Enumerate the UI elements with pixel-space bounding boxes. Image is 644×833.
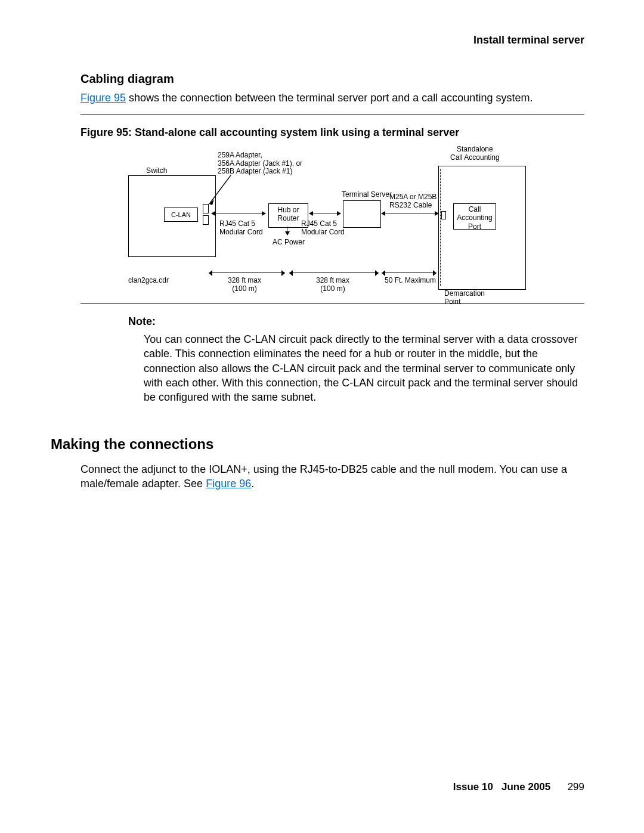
distance-3-label: 50 Ft. Maximum — [385, 277, 436, 285]
rj45-label-a: RJ45 Cat 5 Modular Cord — [219, 220, 263, 237]
adapter-label-line1: 259A Adapter, — [218, 151, 302, 160]
connector-switch-hub — [212, 213, 265, 213]
clan-box: C-LAN — [164, 208, 198, 222]
rj45a-line2: Modular Cord — [219, 228, 263, 237]
making-connections-text-pre: Connect the adjunct to the IOLAN+, using… — [80, 463, 567, 490]
ca-port-line3: Port — [454, 222, 496, 231]
adapter-pointer — [207, 175, 232, 203]
rj45b-line1: RJ45 Cat 5 — [301, 220, 345, 228]
footer-issue: Issue 10 — [453, 781, 493, 792]
terminal-server-box — [343, 200, 381, 228]
rs232-cable-label: M25A or M25B RS232 Cable — [389, 193, 436, 210]
ac-power-arrow — [287, 227, 287, 235]
standalone-label-line1: Standalone — [450, 145, 500, 154]
page: Install terminal server Cabling diagram … — [0, 0, 644, 833]
rs232-line1: M25A or M25B — [389, 193, 436, 202]
page-footer: Issue 10 June 2005 299 — [453, 781, 584, 794]
dist2-line2: (100 m) — [316, 285, 349, 293]
figure-96-link[interactable]: Figure 96 — [206, 478, 251, 490]
demarcation-label: Demarcation Point — [444, 290, 485, 306]
ac-power-label: AC Power — [273, 239, 305, 247]
standalone-label-line2: Call Accounting — [450, 154, 500, 162]
figure-top-rule — [80, 114, 584, 114]
distance-bar-1 — [209, 272, 285, 273]
note-body: You can connect the C-LAN circuit pack d… — [144, 332, 584, 404]
dist2-line1: 328 ft max — [316, 277, 349, 285]
making-connections-paragraph: Connect the adjunct to the IOLAN+, using… — [80, 462, 584, 491]
switch-label: Switch — [146, 167, 167, 175]
connector-ts-ca — [382, 213, 438, 213]
hub-label-line1: Hub or — [269, 206, 308, 214]
note-heading: Note: — [128, 314, 584, 329]
dist1-line2: (100 m) — [228, 285, 261, 293]
footer-date: June 2005 — [501, 781, 550, 792]
making-connections-heading: Making the connections — [51, 435, 584, 454]
distance-1-label: 328 ft max (100 m) — [228, 277, 261, 293]
distance-2-label: 328 ft max (100 m) — [316, 277, 349, 293]
figure-95-diagram: Switch C-LAN 259A Adapter, 356A Adapter … — [110, 145, 528, 301]
rj45a-line1: RJ45 Cat 5 — [219, 220, 263, 228]
connector-hub-ts — [309, 213, 340, 213]
call-accounting-jack — [441, 211, 446, 219]
intro-text: shows the connection between the termina… — [126, 92, 532, 104]
intro-paragraph: Figure 95 shows the connection between t… — [80, 91, 584, 105]
call-accounting-port-box: Call Accounting Port — [453, 203, 496, 230]
making-connections-text-post: . — [251, 478, 254, 490]
standalone-label: Standalone Call Accounting — [450, 145, 500, 162]
svg-marker-1 — [209, 199, 214, 205]
footer-page-number: 299 — [562, 781, 584, 794]
cabling-diagram-heading: Cabling diagram — [80, 71, 584, 87]
figure-caption: Figure 95: Stand-alone call accounting s… — [80, 125, 584, 140]
svg-line-0 — [209, 175, 231, 204]
figure-bottom-rule — [80, 303, 584, 304]
rs232-line2: RS232 Cable — [389, 202, 436, 210]
note-block: Note: You can connect the C-LAN circuit … — [128, 314, 584, 405]
demarc-line1: Demarcation — [444, 290, 485, 298]
switch-port-bottom — [203, 215, 209, 225]
dist1-line1: 328 ft max — [228, 277, 261, 285]
ca-port-line1: Call — [454, 205, 496, 213]
distance-bar-3 — [382, 272, 436, 273]
terminal-server-label: Terminal Server — [342, 191, 392, 199]
rj45b-line2: Modular Cord — [301, 228, 345, 237]
demarcation-line — [440, 169, 441, 286]
figure-95-link[interactable]: Figure 95 — [80, 92, 126, 104]
rj45-label-b: RJ45 Cat 5 Modular Cord — [301, 220, 345, 237]
distance-bar-2 — [289, 272, 379, 273]
running-header: Install terminal server — [66, 33, 584, 47]
adapter-label: 259A Adapter, 356A Adapter (Jack #1), or… — [218, 151, 302, 176]
diagram-filename: clan2gca.cdr — [128, 277, 169, 285]
adapter-label-line2: 356A Adapter (Jack #1), or — [218, 160, 302, 168]
demarc-line2: Point — [444, 298, 485, 306]
ca-port-line2: Accounting — [454, 213, 496, 222]
